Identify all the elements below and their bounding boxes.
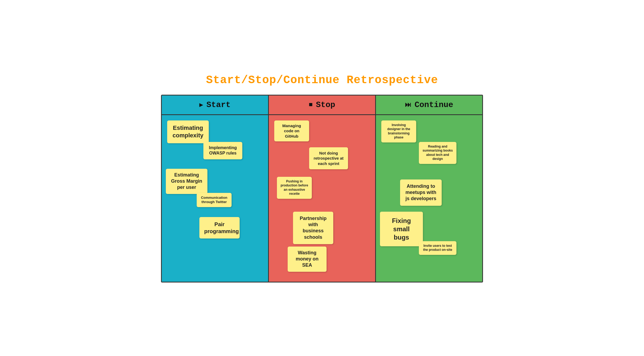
continue-icon: ⏭: [405, 101, 411, 109]
continue-body: Involving designer in the brainstorming …: [376, 115, 482, 282]
start-body: Estimating complexity Implementing OWASP…: [162, 115, 268, 282]
stop-label: Stop: [316, 100, 335, 109]
sticky-estimating-complexity[interactable]: Estimating complexity: [167, 120, 209, 143]
page-wrapper: Start/Stop/Continue Retrospective ▶ Star…: [161, 74, 483, 282]
sticky-pair-programming[interactable]: Pair programming: [199, 217, 240, 238]
sticky-reading[interactable]: Reading and summarizing books about tech…: [419, 142, 456, 164]
board: ▶ Start Estimating complexity Implementi…: [161, 95, 483, 282]
stop-header: ■ Stop: [269, 96, 375, 115]
main-title: Start/Stop/Continue Retrospective: [161, 74, 483, 87]
stop-icon: ■: [309, 101, 313, 108]
column-continue: ⏭ Continue Involving designer in the bra…: [376, 96, 482, 282]
column-start: ▶ Start Estimating complexity Implementi…: [162, 96, 269, 282]
stop-body: Managing code on GitHub Not doing retros…: [269, 115, 375, 282]
column-stop: ■ Stop Managing code on GitHub Not doing…: [269, 96, 376, 282]
sticky-managing-code[interactable]: Managing code on GitHub: [274, 120, 309, 142]
start-header: ▶ Start: [162, 96, 268, 115]
sticky-involving[interactable]: Involving designer in the brainstorming …: [381, 120, 416, 142]
continue-label: Continue: [415, 100, 453, 109]
start-icon: ▶: [199, 101, 203, 109]
start-label: Start: [206, 100, 230, 109]
sticky-wasting[interactable]: Wasting money on SEA: [288, 247, 327, 272]
sticky-invite[interactable]: Invite users to test the product on-site: [419, 241, 456, 255]
sticky-partnership[interactable]: Partnership with business schools: [293, 212, 333, 244]
sticky-pushing[interactable]: Pushing in production before an exhausti…: [277, 177, 312, 199]
sticky-fixing[interactable]: Fixing small bugs: [380, 212, 423, 247]
sticky-attending[interactable]: Attending to meetups with js developers: [400, 179, 442, 206]
sticky-implementing-owasp[interactable]: Implementing OWASP rules: [203, 142, 242, 160]
sticky-gross-margin[interactable]: Estimating Gross Margin per user: [166, 169, 207, 194]
sticky-not-doing[interactable]: Not doing retrospective at each sprint: [309, 147, 348, 170]
continue-header: ⏭ Continue: [376, 96, 482, 115]
sticky-twitter[interactable]: Communication through Twitter: [197, 193, 232, 207]
